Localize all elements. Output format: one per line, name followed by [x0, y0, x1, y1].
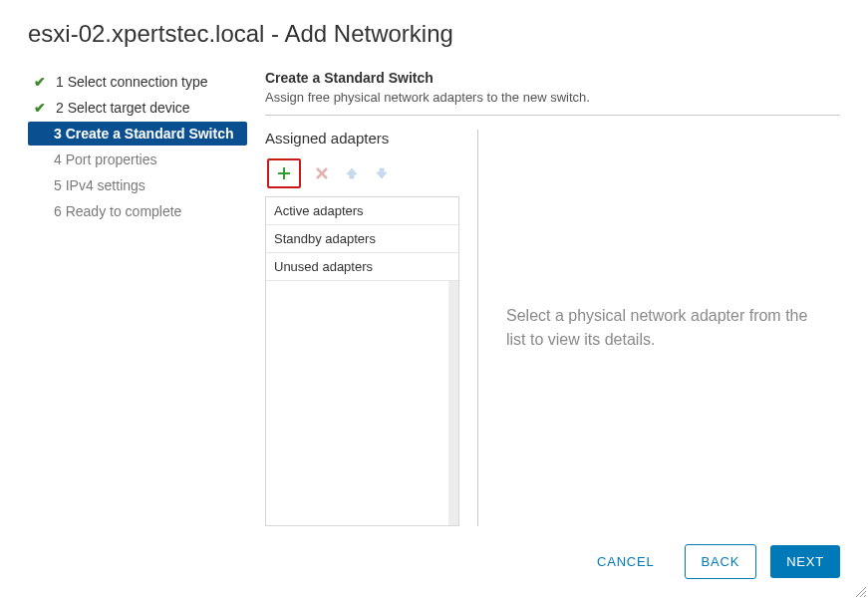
wizard-step-connection-type[interactable]: ✔ 1 Select connection type	[28, 70, 247, 94]
add-adapter-button[interactable]	[275, 164, 293, 182]
wizard-step-port-properties: 4 Port properties	[28, 148, 247, 171]
arrow-down-icon	[375, 166, 389, 180]
adapter-section-unused[interactable]: Unused adapters	[266, 253, 458, 281]
next-button[interactable]: NEXT	[770, 545, 840, 578]
svg-rect-1	[278, 172, 290, 174]
adapter-toolbar	[265, 156, 459, 190]
wizard-step-create-switch[interactable]: 3 Create a Standard Switch	[28, 122, 247, 146]
move-up-button[interactable]	[343, 164, 361, 182]
adapter-list-body	[266, 281, 458, 525]
wizard-step-ipv4: 5 IPv4 settings	[28, 173, 247, 197]
check-icon: ✔	[34, 74, 48, 90]
wizard-step-label: 6 Ready to complete	[34, 203, 181, 219]
dialog-title: esxi-02.xpertstec.local - Add Networking	[28, 20, 840, 48]
dialog-footer: CANCEL BACK NEXT	[28, 526, 840, 579]
panel-header: Create a Standard Switch Assign free phy…	[265, 70, 840, 116]
resize-handle[interactable]	[856, 587, 866, 597]
wizard-steps: ✔ 1 Select connection type ✔ 2 Select ta…	[28, 70, 247, 526]
add-adapter-highlight	[267, 158, 301, 188]
assigned-adapters-title: Assigned adapters	[265, 130, 459, 147]
detail-placeholder: Select a physical network adapter from t…	[506, 304, 830, 352]
vertical-divider	[477, 130, 478, 526]
arrow-up-icon	[345, 166, 359, 180]
panel-subtitle: Assign free physical network adapters to…	[265, 90, 840, 105]
adapter-section-standby[interactable]: Standby adapters	[266, 225, 458, 253]
add-networking-dialog: esxi-02.xpertstec.local - Add Networking…	[0, 0, 868, 599]
content-area: ✔ 1 Select connection type ✔ 2 Select ta…	[28, 70, 840, 526]
wizard-step-label: 4 Port properties	[34, 151, 157, 167]
adapter-section-active[interactable]: Active adapters	[266, 197, 458, 225]
plus-icon	[277, 166, 291, 180]
check-icon: ✔	[34, 100, 48, 116]
x-icon	[315, 166, 329, 180]
wizard-step-target-device[interactable]: ✔ 2 Select target device	[28, 96, 247, 120]
assigned-adapters-column: Assigned adapters	[265, 130, 459, 526]
svg-line-6	[864, 595, 866, 597]
assigned-area: Assigned adapters	[265, 130, 840, 526]
adapter-detail-pane: Select a physical network adapter from t…	[496, 130, 840, 526]
wizard-step-label: 2 Select target device	[54, 100, 190, 116]
wizard-step-label: 5 IPv4 settings	[34, 177, 145, 193]
wizard-step-label: 3 Create a Standard Switch	[34, 126, 234, 142]
back-button[interactable]: BACK	[685, 544, 757, 579]
panel-title: Create a Standard Switch	[265, 70, 840, 86]
cancel-button[interactable]: CANCEL	[581, 545, 671, 578]
wizard-step-ready: 6 Ready to complete	[28, 199, 247, 223]
remove-adapter-button[interactable]	[313, 164, 331, 182]
adapter-list[interactable]: Active adapters Standby adapters Unused …	[265, 196, 459, 526]
wizard-step-label: 1 Select connection type	[54, 74, 208, 90]
move-down-button[interactable]	[373, 164, 391, 182]
main-panel: Create a Standard Switch Assign free phy…	[265, 70, 840, 526]
